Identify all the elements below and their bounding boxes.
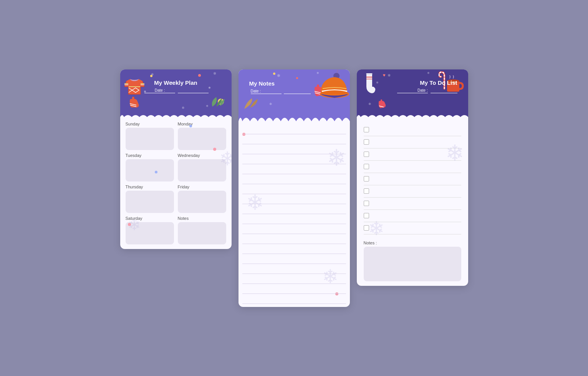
sunday-label: Sunday	[126, 122, 174, 126]
monday-label: Monday	[178, 122, 226, 126]
note-line[interactable]	[242, 214, 346, 224]
todo-checkbox[interactable]	[364, 201, 369, 206]
todo-notes-section: Notes :	[362, 241, 463, 281]
notes-box[interactable]	[178, 222, 226, 244]
saturday-label: Saturday	[126, 216, 174, 221]
todo-title: My To Do List	[363, 79, 459, 86]
notes-cell: Notes	[178, 216, 226, 244]
note-line[interactable]	[242, 164, 346, 174]
thursday-label: Thursday	[126, 185, 174, 189]
todo-notes-area[interactable]	[364, 247, 461, 281]
note-line[interactable]	[242, 294, 346, 304]
todo-checkbox[interactable]	[364, 139, 369, 145]
snowflake-deco: ❄	[427, 71, 430, 75]
svg-line-5	[130, 105, 136, 107]
todo-zig	[357, 112, 468, 117]
wednesday-box[interactable]	[178, 159, 226, 181]
notes-body: ❄ ❄ ❄	[239, 121, 350, 307]
note-line[interactable]	[242, 284, 346, 294]
svg-line-6	[130, 104, 136, 105]
todo-checkbox[interactable]	[364, 127, 369, 132]
monday-box[interactable]	[178, 128, 226, 150]
wednesday-cell: Wednesday	[178, 153, 226, 181]
notes-header: ❄ ❄ ❄ ❄	[239, 69, 350, 114]
weekly-plan-card: ❄ ❄ ❄ ❄ ❄	[120, 69, 232, 249]
todo-line	[372, 191, 461, 191]
day-grid-container: Sunday Monday Tuesday Wednesday	[120, 117, 232, 249]
sunday-box[interactable]	[126, 128, 174, 150]
mitten-illustration	[128, 96, 142, 110]
note-line[interactable]	[242, 154, 346, 164]
note-line[interactable]	[242, 144, 346, 154]
todo-item	[364, 124, 461, 136]
todo-item	[364, 185, 461, 198]
todo-line	[372, 167, 461, 167]
branch-deco	[242, 94, 263, 110]
todo-list	[362, 122, 463, 237]
todo-checkbox[interactable]	[364, 225, 369, 231]
notes-date-underline	[284, 89, 311, 94]
todo-checkbox[interactable]	[364, 152, 369, 157]
todo-item	[364, 136, 461, 148]
todo-line	[372, 228, 461, 228]
note-line[interactable]	[242, 204, 346, 214]
todo-notes-label: Notes :	[364, 241, 461, 245]
thursday-cell: Thursday	[126, 185, 174, 213]
todo-item	[364, 198, 461, 210]
todo-checkbox[interactable]	[364, 164, 369, 169]
note-line[interactable]	[242, 224, 346, 234]
tuesday-label: Tuesday	[126, 153, 174, 158]
tuesday-box[interactable]	[126, 159, 174, 181]
lined-paper	[239, 121, 350, 307]
note-line[interactable]	[242, 174, 346, 184]
todo-line	[372, 216, 461, 216]
todo-line	[372, 130, 461, 130]
mitten-todo-deco	[378, 98, 389, 110]
snowflake-deco: ❄	[368, 102, 371, 106]
todo-line	[372, 179, 461, 179]
todo-item	[364, 148, 461, 161]
todo-item	[364, 173, 461, 185]
todo-list-container: Notes :	[357, 117, 468, 286]
note-line[interactable]	[242, 264, 346, 274]
thursday-box[interactable]	[126, 191, 174, 213]
todo-item	[364, 210, 461, 222]
saturday-cell: Saturday	[126, 216, 174, 244]
note-line[interactable]	[242, 194, 346, 204]
wednesday-label: Wednesday	[178, 153, 226, 158]
zig-border	[120, 112, 232, 117]
notes-date: Date :	[248, 89, 344, 94]
todo-checkbox[interactable]	[364, 213, 369, 218]
friday-box[interactable]	[178, 191, 226, 213]
todo-date: Date :	[363, 88, 459, 93]
todo-card: ❄ ❄ ❄ ❄ ♥	[357, 69, 468, 286]
monday-cell: Monday	[178, 122, 226, 150]
weekly-plan-body: ❄ ❄ Sunday Monday Tuesday	[120, 117, 232, 249]
todo-checkbox[interactable]	[364, 176, 369, 181]
date-underline	[178, 88, 209, 93]
svg-line-16	[379, 106, 384, 107]
note-line[interactable]	[242, 244, 346, 254]
snowflake-deco: ❄	[316, 71, 319, 75]
todo-header: ❄ ❄ ❄ ❄ ♥	[357, 69, 468, 112]
saturday-box[interactable]	[126, 222, 174, 244]
todo-line	[372, 154, 461, 155]
snowflake-deco: ❄	[206, 104, 209, 108]
note-line[interactable]	[242, 234, 346, 244]
todo-date-underline	[431, 88, 457, 93]
todo-item	[364, 222, 461, 234]
notes-card: ❄ ❄ ❄ ❄	[239, 69, 350, 307]
note-line[interactable]	[242, 274, 346, 284]
todo-body: ❄ ❄	[357, 117, 468, 286]
todo-checkbox[interactable]	[364, 188, 369, 194]
note-line[interactable]	[242, 184, 346, 194]
todo-item	[364, 161, 461, 173]
note-line[interactable]	[242, 254, 346, 264]
note-line[interactable]	[242, 134, 346, 144]
yellow-flower-deco2	[218, 99, 224, 105]
weekly-plan-date: Date :	[126, 88, 225, 93]
note-line[interactable]	[242, 124, 346, 134]
leaf-illustration	[209, 95, 228, 109]
snowflake-deco: ❄	[269, 102, 272, 106]
friday-cell: Friday	[178, 185, 226, 213]
